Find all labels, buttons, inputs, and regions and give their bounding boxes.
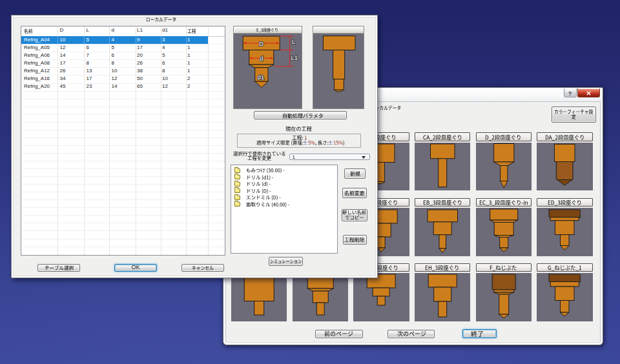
svg-text:L: L xyxy=(292,38,295,45)
svg-text:d1: d1 xyxy=(258,74,265,81)
svg-text:L1: L1 xyxy=(291,54,298,61)
svg-text:d: d xyxy=(260,55,263,62)
svg-text:D: D xyxy=(259,40,264,47)
